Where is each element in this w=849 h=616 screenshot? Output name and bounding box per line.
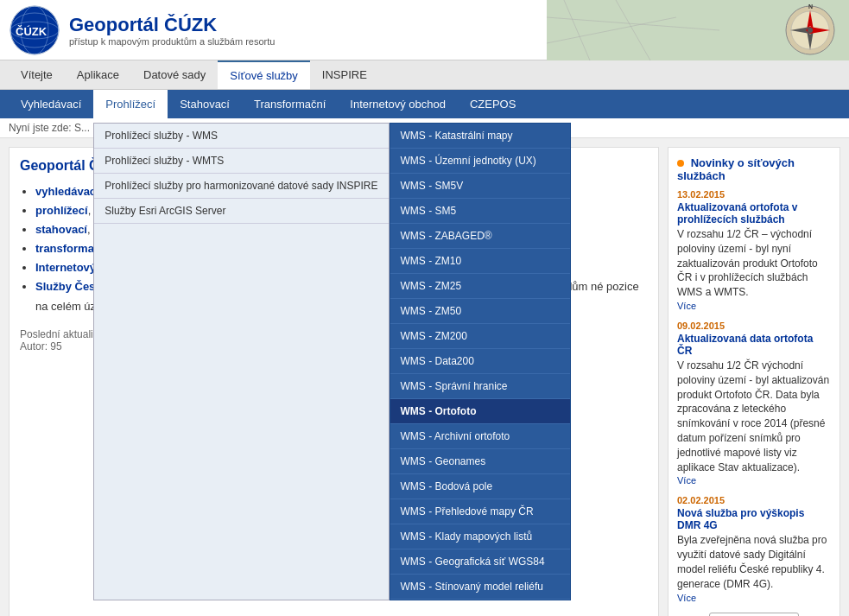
logo-area: ČÚZK Geoportál ČÚZK přístup k mapovým pr… [9,4,275,56]
nav-stahovaci[interactable]: Stahovací [168,90,242,118]
archive-button[interactable]: Archiv aktualit [709,613,800,616]
orange-dot-icon [677,160,684,167]
dd-ortofoto[interactable]: WMS - Ortofoto [390,399,570,424]
top-nav-vitejte[interactable]: Vítejte [9,61,65,88]
dropdown-col1: Prohlížecí služby - WMS Prohlížecí služb… [93,123,389,600]
sidebar: Novinky o síťových službách 13.02.2015 A… [668,147,840,616]
top-navigation: Vítejte Aplikace Datové sady Síťové služ… [0,60,849,90]
news-item-3: 02.02.2015 Nová služba pro výškopis DMR … [677,495,831,603]
dd-archivni-ortofoto[interactable]: WMS - Archivní ortofoto [390,424,570,449]
dd-uzemni-jednotky[interactable]: WMS - Územní jednotky (UX) [390,149,570,174]
top-nav-datove-sady[interactable]: Datové sady [131,61,218,88]
nav-prohlizeci[interactable]: Prohlížecí Prohlížecí služby - WMS Prohl… [93,90,168,118]
svg-text:N: N [808,3,813,10]
dd-zabaged[interactable]: WMS - ZABAGED® [390,224,570,249]
dd-zm200[interactable]: WMS - ZM200 [390,324,570,349]
dd-arcgis[interactable]: Služby Esri ArcGIS Server [94,199,388,224]
news-link-1[interactable]: Více [677,301,696,311]
dd-sm5v[interactable]: WMS - SM5V [390,174,570,199]
logo-subtitle: přístup k mapovým produktům a službám re… [69,36,275,47]
nav-vyhledavaci[interactable]: Vyhledávací [9,90,93,118]
dd-wms[interactable]: Prohlížecí služby - WMS [94,124,388,149]
news-title-3: Nová služba pro výškopis DMR 4G [677,507,831,531]
dd-bodova-pole[interactable]: WMS - Bodová pole [390,474,570,499]
nav-transformacni[interactable]: Transformační [242,90,338,118]
dd-spravni-hranice[interactable]: WMS - Správní hranice [390,374,570,399]
news-body-1: V rozsahu 1/2 ČR – východní poloviny úze… [677,227,831,300]
header-map-image: N [547,0,849,60]
news-heading-text: Novinky o síťových službách [677,156,795,182]
dd-katastralni-mapy[interactable]: WMS - Katastrální mapy [390,124,570,149]
news-date-1: 13.02.2015 [677,189,831,200]
dd-geonames[interactable]: WMS - Geonames [390,449,570,474]
breadcrumb-text: Nyní jste zde: S... [9,122,90,134]
dropdown-prohlizeci: Prohlížecí služby - WMS Prohlížecí služb… [93,123,570,600]
dd-inspire[interactable]: Prohlížecí služby pro harmonizované dato… [94,174,388,199]
news-link-3[interactable]: Více [677,593,696,603]
list-item-bold: vyhledávací [35,185,99,198]
dropdown-col2: WMS - Katastrální mapy WMS - Územní jedn… [390,123,571,600]
nav-czepos[interactable]: CZEPOS [458,90,528,118]
logo-title: Geoportál ČÚZK [69,14,275,36]
author-label: Autor: [20,340,48,352]
dd-zm50[interactable]: WMS - ZM50 [390,299,570,324]
top-nav-sitove-sluzby[interactable]: Síťové služby [218,60,310,89]
news-item-1: 13.02.2015 Aktualizovaná ortofota v proh… [677,189,831,312]
dd-klady-mapovych-listu[interactable]: WMS - Klady mapových listů [390,524,570,549]
news-title-2: Aktualizovaná data ortofota ČR [677,333,831,357]
logo-icon: ČÚZK [9,4,60,56]
list-item-bold: prohlížecí [35,204,88,217]
dd-prehledove-mapy[interactable]: WMS - Přehledové mapy ČR [390,499,570,524]
dd-zm25[interactable]: WMS - ZM25 [390,274,570,299]
map-svg: N [547,0,849,60]
author-value: 95 [50,340,61,352]
top-nav-aplikace[interactable]: Aplikace [65,61,131,88]
logo-text: Geoportál ČÚZK přístup k mapovým produkt… [69,14,275,47]
news-title-1: Aktualizovaná ortofota v prohlížecích sl… [677,201,831,225]
dd-wmts[interactable]: Prohlížecí služby - WMTS [94,149,388,174]
news-body-2: V rozsahu 1/2 ČR východní poloviny území… [677,359,831,474]
header: ČÚZK Geoportál ČÚZK přístup k mapovým pr… [0,0,849,60]
news-date-2: 09.02.2015 [677,321,831,331]
dd-zm10[interactable]: WMS - ZM10 [390,249,570,274]
news-box: Novinky o síťových službách 13.02.2015 A… [668,147,840,616]
news-title-heading: Novinky o síťových službách [677,156,831,182]
news-item-2: 09.02.2015 Aktualizovaná data ortofota Č… [677,321,831,486]
top-nav-inspire[interactable]: INSPIRE [310,61,379,88]
dd-geograficka-sit[interactable]: WMS - Geografická síť WGS84 [390,549,570,575]
list-item-bold: stahovací [35,223,87,236]
news-body-3: Byla zveřejněna nová služba pro využití … [677,533,831,591]
main-navigation: Vyhledávací Prohlížecí Prohlížecí služby… [0,90,849,118]
nav-internetovy-obchod[interactable]: Internetový obchod [338,90,458,118]
news-date-3: 02.02.2015 [677,495,831,505]
dd-sm5[interactable]: WMS - SM5 [390,199,570,224]
dd-data200[interactable]: WMS - Data200 [390,349,570,374]
svg-text:ČÚZK: ČÚZK [16,25,48,38]
dd-stinovaniy-model[interactable]: WMS - Stínovaný model reliéfu [390,575,570,600]
nav-prohlizeci-label: Prohlížecí [105,98,155,111]
news-link-2[interactable]: Více [677,475,696,486]
svg-point-17 [808,28,813,33]
